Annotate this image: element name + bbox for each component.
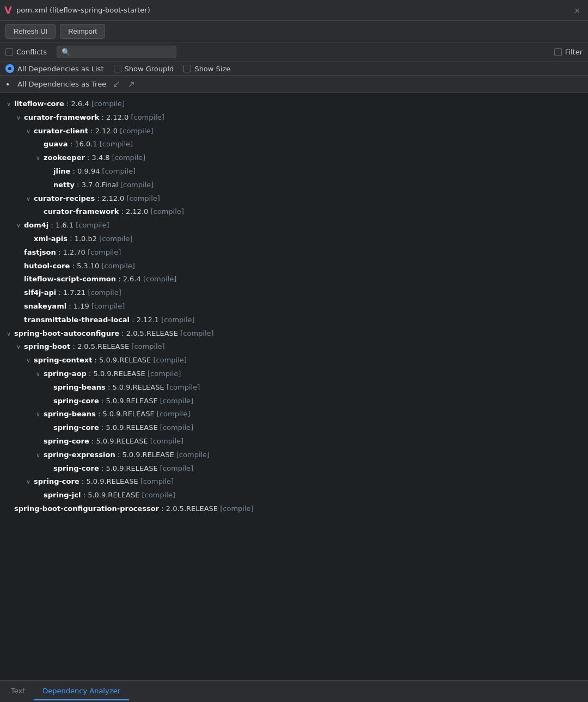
reimport-button[interactable]: Reimport [60, 24, 105, 39]
table-row: ∨ liteflow-core : 2.6.4 [compile] [0, 97, 588, 111]
collapse-all-icon[interactable]: ↗ [127, 78, 136, 90]
chevron-icon[interactable]: ∨ [26, 356, 34, 366]
dep-version: : 2.0.5.RELEASE [70, 342, 131, 350]
chevron-placeholder [46, 397, 53, 407]
chevron-icon[interactable]: ∨ [7, 100, 14, 109]
chevron-icon[interactable]: ∨ [36, 410, 44, 420]
chevron-placeholder [46, 167, 53, 177]
dep-name: liteflow-script-common [24, 275, 116, 283]
dep-version: : 5.0.9.RELEASE [99, 464, 160, 472]
conflicts-checkbox-group[interactable]: Conflicts [5, 48, 47, 56]
toolbar: Refresh UI Reimport [0, 21, 588, 42]
show-size-checkbox-group[interactable]: Show Size [183, 65, 230, 73]
chevron-icon[interactable]: ∨ [26, 194, 34, 204]
chevron-icon[interactable]: ∨ [16, 342, 24, 352]
file-title: pom.xml (liteflow-spring-boot-starter) [16, 6, 571, 14]
dep-name: spring-core [53, 464, 99, 472]
dep-version: : 1.19 [66, 302, 91, 310]
dep-name: spring-context [34, 356, 92, 364]
table-row: spring-core : 5.0.9.RELEASE [compile] [0, 462, 588, 476]
show-size-label: Show Size [194, 65, 230, 73]
dep-name: curator-recipes [34, 194, 95, 202]
dep-scope: [compile] [160, 464, 193, 472]
dep-scope: [compile] [148, 370, 181, 378]
dep-name: curator-framework [44, 207, 119, 215]
show-groupid-checkbox-group[interactable]: Show GroupId [114, 65, 174, 73]
dep-version: : 5.0.9.RELEASE [81, 491, 142, 499]
dep-scope: [compile] [100, 140, 133, 148]
dep-name: snakeyaml [24, 302, 66, 310]
dep-version: : 2.12.0 [88, 127, 120, 135]
chevron-placeholder [46, 383, 53, 393]
dep-name: spring-aop [44, 370, 87, 378]
dep-name: liteflow-core [14, 100, 64, 108]
chevron-placeholder [46, 423, 53, 433]
dep-name: spring-core [53, 423, 99, 432]
dep-scope: [compile] [142, 491, 175, 499]
dep-version: : 2.0.5.RELEASE [159, 504, 220, 513]
chevron-icon[interactable]: ∨ [36, 370, 44, 379]
table-row: spring-core : 5.0.9.RELEASE [compile] [0, 421, 588, 435]
dep-scope: [compile] [150, 207, 183, 215]
chevron-placeholder [16, 275, 24, 285]
chevron-icon[interactable]: ∨ [36, 153, 44, 163]
chevron-icon[interactable]: ∨ [36, 451, 44, 460]
table-row: slf4j-api : 1.7.21 [compile] [0, 286, 588, 300]
dep-scope: [compile] [91, 302, 125, 310]
chevron-icon[interactable]: ∨ [26, 477, 34, 487]
dep-version: : 5.0.9.RELEASE [92, 356, 153, 364]
show-groupid-checkbox[interactable] [114, 65, 121, 72]
filter-checkbox-group[interactable]: Filter [554, 48, 583, 56]
dep-name: spring-core [34, 477, 79, 485]
chevron-icon[interactable]: ∨ [26, 127, 34, 137]
dep-name: transmittable-thread-local [24, 316, 130, 324]
filter-checkbox[interactable] [554, 48, 562, 56]
dep-version: : 5.0.9.RELEASE [115, 451, 176, 459]
list-radio-button[interactable] [5, 64, 14, 73]
all-dependencies-list-item[interactable]: All Dependencies as List [5, 64, 104, 73]
dep-scope: [compile] [131, 113, 164, 121]
dep-name: spring-expression [44, 451, 115, 459]
dep-version: : 0.9.94 [70, 167, 102, 175]
tab-text[interactable]: Text [2, 682, 34, 700]
chevron-icon[interactable]: ∨ [16, 221, 24, 231]
dep-scope: [compile] [160, 423, 193, 432]
dep-name: fastjson [24, 248, 56, 256]
table-row: ∨ curator-client : 2.12.0 [compile] [0, 125, 588, 138]
chevron-icon[interactable]: ∨ [7, 329, 14, 339]
close-tab-button[interactable]: × [571, 5, 584, 16]
dep-name: curator-framework [24, 113, 99, 121]
dep-version: : 5.0.9.RELEASE [99, 423, 160, 432]
conflicts-checkbox[interactable] [5, 48, 13, 56]
dep-version: : 2.12.0 [119, 207, 150, 215]
dep-scope: [compile] [161, 316, 194, 324]
chevron-placeholder [16, 248, 24, 258]
tab-dependency-analyzer[interactable]: Dependency Analyzer [34, 682, 129, 700]
dep-name: netty [53, 181, 75, 189]
table-row: spring-boot-configuration-processor : 2.… [0, 502, 588, 516]
expand-all-icon[interactable]: ↙ [112, 78, 121, 90]
dep-scope: [compile] [167, 383, 200, 391]
show-size-checkbox[interactable] [183, 65, 191, 72]
search-input[interactable] [72, 48, 171, 56]
dep-name: spring-beans [44, 410, 96, 418]
chevron-icon[interactable]: ∨ [16, 113, 24, 123]
table-row: curator-framework : 2.12.0 [compile] [0, 205, 588, 219]
chevron-placeholder [36, 437, 44, 447]
search-box[interactable]: 🔍 [57, 46, 176, 58]
dep-scope: [compile] [180, 329, 213, 337]
dep-scope: [compile] [91, 100, 125, 108]
chevron-placeholder [7, 504, 14, 514]
dep-name: spring-boot [24, 342, 70, 350]
dep-version: : 2.6.4 [116, 275, 143, 283]
dep-scope: [compile] [131, 342, 164, 350]
refresh-ui-button[interactable]: Refresh UI [5, 24, 56, 39]
chevron-placeholder [36, 491, 44, 501]
dep-version: : 1.0.b2 [68, 235, 99, 243]
dep-version: : 5.0.9.RELEASE [99, 397, 160, 405]
conflicts-label: Conflicts [16, 48, 47, 56]
dep-name: hutool-core [24, 262, 70, 270]
dep-tree-list: ∨ liteflow-core : 2.6.4 [compile]∨ curat… [0, 97, 588, 516]
table-row: ∨ curator-framework : 2.12.0 [compile] [0, 111, 588, 125]
table-row: ∨ spring-boot-autoconfigure : 2.0.5.RELE… [0, 327, 588, 341]
